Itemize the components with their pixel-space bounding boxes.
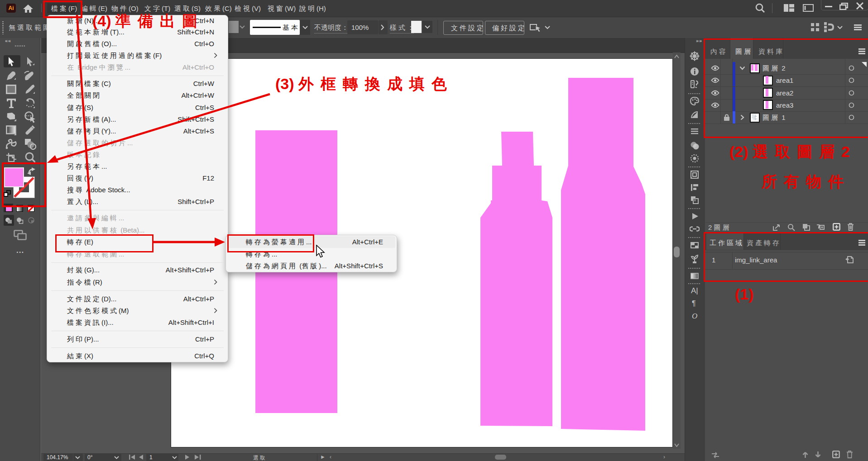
svg-text:A|: A| xyxy=(691,286,698,295)
svg-text:O: O xyxy=(692,312,697,320)
svg-text:¶: ¶ xyxy=(692,299,696,307)
